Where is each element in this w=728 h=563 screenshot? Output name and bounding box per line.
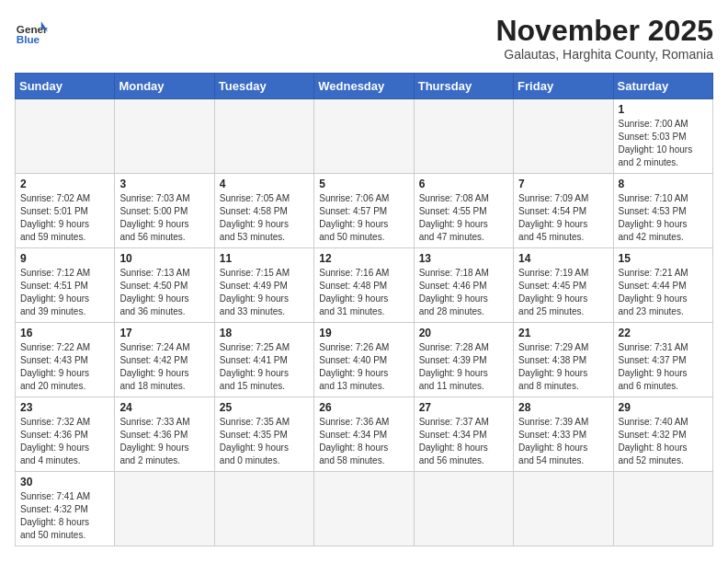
col-friday: Friday (514, 74, 613, 99)
day-info: Sunrise: 7:40 AM Sunset: 4:32 PM Dayligh… (619, 416, 708, 467)
table-row: 1Sunrise: 7:00 AM Sunset: 5:03 PM Daylig… (613, 99, 712, 174)
table-row: 29Sunrise: 7:40 AM Sunset: 4:32 PM Dayli… (613, 397, 712, 472)
calendar-week-row: 1Sunrise: 7:00 AM Sunset: 5:03 PM Daylig… (16, 99, 713, 174)
day-number: 17 (119, 327, 209, 339)
table-row: 25Sunrise: 7:35 AM Sunset: 4:35 PM Dayli… (214, 397, 313, 472)
day-number: 16 (20, 327, 109, 339)
day-info: Sunrise: 7:29 AM Sunset: 4:38 PM Dayligh… (518, 341, 608, 393)
table-row: 26Sunrise: 7:36 AM Sunset: 4:34 PM Dayli… (314, 397, 414, 472)
table-row (214, 99, 313, 174)
day-number: 19 (319, 327, 408, 339)
day-info: Sunrise: 7:33 AM Sunset: 4:36 PM Dayligh… (119, 416, 209, 467)
table-row (514, 472, 613, 546)
logo: General Blue (15, 15, 48, 48)
day-number: 25 (220, 401, 309, 414)
calendar-header-row: Sunday Monday Tuesday Wednesday Thursday… (16, 74, 713, 99)
table-row (314, 99, 414, 174)
day-number: 22 (619, 327, 708, 339)
table-row: 21Sunrise: 7:29 AM Sunset: 4:38 PM Dayli… (514, 323, 613, 397)
table-row: 24Sunrise: 7:33 AM Sunset: 4:36 PM Dayli… (115, 397, 214, 472)
table-row (115, 472, 214, 546)
day-number: 9 (20, 252, 109, 265)
logo-icon: General Blue (15, 15, 48, 48)
table-row: 28Sunrise: 7:39 AM Sunset: 4:33 PM Dayli… (514, 397, 613, 472)
calendar-week-row: 2Sunrise: 7:02 AM Sunset: 5:01 PM Daylig… (16, 174, 713, 248)
day-number: 12 (319, 252, 408, 265)
day-info: Sunrise: 7:21 AM Sunset: 4:44 PM Dayligh… (619, 267, 708, 318)
day-info: Sunrise: 7:32 AM Sunset: 4:36 PM Dayligh… (20, 416, 109, 467)
table-row: 15Sunrise: 7:21 AM Sunset: 4:44 PM Dayli… (613, 248, 712, 323)
day-number: 13 (419, 252, 508, 265)
day-info: Sunrise: 7:09 AM Sunset: 4:54 PM Dayligh… (518, 192, 608, 244)
day-info: Sunrise: 7:28 AM Sunset: 4:39 PM Dayligh… (419, 341, 508, 393)
day-info: Sunrise: 7:22 AM Sunset: 4:43 PM Dayligh… (20, 341, 109, 393)
table-row: 20Sunrise: 7:28 AM Sunset: 4:39 PM Dayli… (414, 323, 513, 397)
day-info: Sunrise: 7:36 AM Sunset: 4:34 PM Dayligh… (319, 416, 408, 467)
day-info: Sunrise: 7:35 AM Sunset: 4:35 PM Dayligh… (220, 416, 309, 467)
table-row: 13Sunrise: 7:18 AM Sunset: 4:46 PM Dayli… (414, 248, 513, 323)
table-row (613, 472, 712, 546)
calendar-week-row: 23Sunrise: 7:32 AM Sunset: 4:36 PM Dayli… (16, 397, 713, 472)
table-row (414, 99, 513, 174)
col-tuesday: Tuesday (214, 74, 313, 99)
title-block: November 2025 Galautas, Harghita County,… (495, 15, 713, 62)
table-row: 23Sunrise: 7:32 AM Sunset: 4:36 PM Dayli… (16, 397, 115, 472)
calendar-week-row: 30Sunrise: 7:41 AM Sunset: 4:32 PM Dayli… (16, 472, 713, 546)
day-info: Sunrise: 7:13 AM Sunset: 4:50 PM Dayligh… (119, 267, 209, 318)
day-info: Sunrise: 7:19 AM Sunset: 4:45 PM Dayligh… (518, 267, 608, 318)
day-number: 29 (619, 401, 708, 414)
day-info: Sunrise: 7:15 AM Sunset: 4:49 PM Dayligh… (220, 267, 309, 318)
svg-text:Blue: Blue (17, 33, 40, 45)
col-thursday: Thursday (414, 74, 513, 99)
calendar-title: November 2025 (495, 15, 713, 47)
table-row (514, 99, 613, 174)
day-number: 5 (319, 178, 408, 190)
table-row (314, 472, 414, 546)
day-info: Sunrise: 7:00 AM Sunset: 5:03 PM Dayligh… (619, 118, 708, 169)
col-monday: Monday (115, 74, 214, 99)
day-number: 20 (419, 327, 508, 339)
table-row: 2Sunrise: 7:02 AM Sunset: 5:01 PM Daylig… (16, 174, 115, 248)
day-info: Sunrise: 7:06 AM Sunset: 4:57 PM Dayligh… (319, 192, 408, 244)
table-row: 17Sunrise: 7:24 AM Sunset: 4:42 PM Dayli… (115, 323, 214, 397)
col-sunday: Sunday (16, 74, 115, 99)
calendar-subtitle: Galautas, Harghita County, Romania (495, 47, 713, 62)
day-number: 27 (419, 401, 508, 414)
day-info: Sunrise: 7:24 AM Sunset: 4:42 PM Dayligh… (119, 341, 209, 393)
day-number: 3 (119, 178, 209, 190)
table-row: 19Sunrise: 7:26 AM Sunset: 4:40 PM Dayli… (314, 323, 414, 397)
table-row: 7Sunrise: 7:09 AM Sunset: 4:54 PM Daylig… (514, 174, 613, 248)
day-info: Sunrise: 7:12 AM Sunset: 4:51 PM Dayligh… (20, 267, 109, 318)
calendar-week-row: 16Sunrise: 7:22 AM Sunset: 4:43 PM Dayli… (16, 323, 713, 397)
day-number: 11 (220, 252, 309, 265)
day-info: Sunrise: 7:16 AM Sunset: 4:48 PM Dayligh… (319, 267, 408, 318)
day-number: 10 (119, 252, 209, 265)
table-row: 12Sunrise: 7:16 AM Sunset: 4:48 PM Dayli… (314, 248, 414, 323)
day-number: 28 (518, 401, 608, 414)
day-number: 26 (319, 401, 408, 414)
day-info: Sunrise: 7:39 AM Sunset: 4:33 PM Dayligh… (518, 416, 608, 467)
day-info: Sunrise: 7:25 AM Sunset: 4:41 PM Dayligh… (220, 341, 309, 393)
table-row (115, 99, 214, 174)
calendar-week-row: 9Sunrise: 7:12 AM Sunset: 4:51 PM Daylig… (16, 248, 713, 323)
day-number: 1 (619, 103, 708, 116)
day-number: 4 (220, 178, 309, 190)
table-row: 11Sunrise: 7:15 AM Sunset: 4:49 PM Dayli… (214, 248, 313, 323)
day-info: Sunrise: 7:26 AM Sunset: 4:40 PM Dayligh… (319, 341, 408, 393)
day-number: 2 (20, 178, 109, 190)
day-info: Sunrise: 7:31 AM Sunset: 4:37 PM Dayligh… (619, 341, 708, 393)
table-row (414, 472, 513, 546)
day-number: 7 (518, 178, 608, 190)
day-info: Sunrise: 7:37 AM Sunset: 4:34 PM Dayligh… (419, 416, 508, 467)
day-info: Sunrise: 7:03 AM Sunset: 5:00 PM Dayligh… (119, 192, 209, 244)
day-info: Sunrise: 7:05 AM Sunset: 4:58 PM Dayligh… (220, 192, 309, 244)
col-wednesday: Wednesday (314, 74, 414, 99)
day-number: 18 (220, 327, 309, 339)
day-number: 15 (619, 252, 708, 265)
day-number: 14 (518, 252, 608, 265)
col-saturday: Saturday (613, 74, 712, 99)
table-row: 6Sunrise: 7:08 AM Sunset: 4:55 PM Daylig… (414, 174, 513, 248)
table-row: 8Sunrise: 7:10 AM Sunset: 4:53 PM Daylig… (613, 174, 712, 248)
day-number: 30 (20, 476, 109, 488)
day-info: Sunrise: 7:02 AM Sunset: 5:01 PM Dayligh… (20, 192, 109, 244)
